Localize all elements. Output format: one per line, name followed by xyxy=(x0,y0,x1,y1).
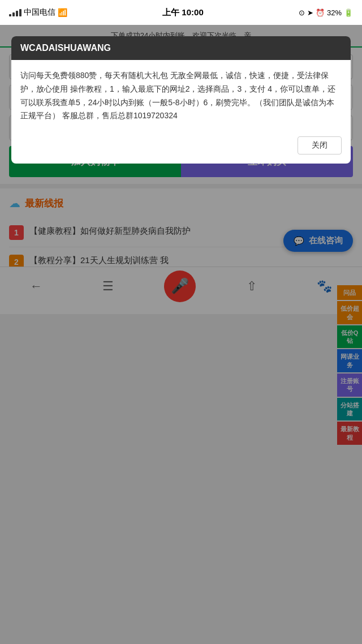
battery-label: 32% xyxy=(327,8,342,17)
status-left: 中国电信 📶 xyxy=(9,7,67,18)
wifi-icon: 📶 xyxy=(58,8,67,17)
modal-content: 访问每天免费领880赞，每天有随机大礼包 无敌全网最低，诚信，快速，便捷，受法律… xyxy=(20,71,335,120)
modal-header: WCADAISHUAWANG xyxy=(11,36,351,60)
modal-title: WCADAISHUAWANG xyxy=(20,43,111,53)
status-right: ⊙ ➤ ⏰ 32% 🔋 xyxy=(299,8,353,17)
battery-icon: 🔋 xyxy=(344,8,353,17)
modal-body: 访问每天免费领880赞，每天有随机大礼包 无敌全网最低，诚信，快速，便捷，受法律… xyxy=(11,60,351,132)
alarm-icon: ⏰ xyxy=(316,8,325,17)
status-time: 上午 10:00 xyxy=(162,7,204,18)
gps-icon: ➤ xyxy=(307,8,313,17)
location-icon: ⊙ xyxy=(299,8,305,17)
signal-icon xyxy=(9,9,21,16)
modal-overlay[interactable]: WCADAISHUAWANG 访问每天免费领880赞，每天有随机大礼包 无敌全网… xyxy=(0,25,362,644)
carrier-label: 中国电信 xyxy=(24,7,55,18)
status-bar: 中国电信 📶 上午 10:00 ⊙ ➤ ⏰ 32% 🔋 xyxy=(0,0,362,25)
modal-dialog: WCADAISHUAWANG 访问每天免费领880赞，每天有随机大礼包 无敌全网… xyxy=(11,36,351,164)
modal-close-button[interactable]: 关闭 xyxy=(298,136,342,154)
modal-footer: 关闭 xyxy=(11,132,351,164)
